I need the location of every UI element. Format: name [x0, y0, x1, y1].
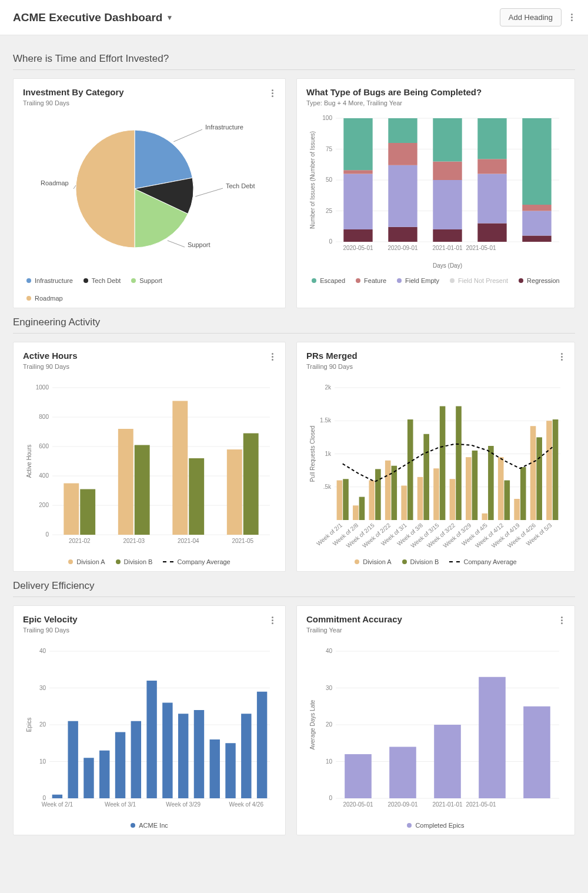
svg-rect-146: [241, 714, 251, 798]
svg-rect-134: [83, 758, 93, 798]
svg-rect-84: [369, 481, 375, 521]
svg-rect-139: [146, 681, 156, 798]
svg-rect-111: [514, 499, 520, 520]
svg-text:600: 600: [39, 443, 49, 449]
svg-text:2020-09-01: 2020-09-01: [387, 245, 418, 251]
card-title: Commitment Accuracy: [306, 614, 402, 624]
svg-rect-79: [343, 479, 349, 520]
svg-text:Epics: Epics: [26, 718, 32, 732]
svg-rect-27: [433, 229, 462, 242]
svg-text:Tech Debt: Tech Debt: [226, 182, 255, 189]
card-prs-merged: PRs Merged Trailing 90 Days .5k1k1.5k2kP…: [296, 342, 575, 572]
legend: ACME Inc: [23, 822, 276, 829]
svg-rect-96: [433, 468, 439, 520]
svg-rect-163: [479, 677, 506, 798]
svg-rect-26: [388, 118, 417, 143]
legend-item: Division B: [124, 558, 153, 565]
svg-text:Active Hours: Active Hours: [26, 445, 32, 478]
svg-rect-63: [172, 401, 188, 535]
card-menu-icon[interactable]: [269, 614, 276, 627]
svg-rect-19: [343, 229, 372, 242]
chart-stacked-bar: 0255075100Number of Issues (Number of Is…: [306, 112, 565, 271]
svg-text:20: 20: [39, 721, 46, 728]
card-subtitle: Type: Bug + 4 More, Trailing Year: [306, 99, 482, 106]
legend-item: Feature: [364, 277, 386, 284]
svg-text:Average Days Late: Average Days Late: [309, 699, 316, 749]
card-title: Epic Velocity: [23, 614, 78, 624]
svg-rect-162: [434, 725, 461, 798]
svg-rect-34: [477, 118, 506, 159]
svg-rect-164: [523, 707, 550, 798]
svg-text:Days (Day): Days (Day): [433, 262, 462, 269]
svg-text:Support: Support: [188, 241, 211, 248]
svg-rect-160: [345, 754, 372, 798]
chart-bar: 010203040EpicsWeek of 2/1Week of 3/1Week…: [23, 639, 276, 816]
legend-item: Company Average: [177, 558, 230, 565]
svg-text:1k: 1k: [325, 451, 332, 457]
svg-rect-33: [477, 159, 506, 174]
svg-rect-29: [433, 162, 462, 181]
svg-rect-67: [243, 434, 259, 535]
legend: Completed Epics: [306, 822, 565, 829]
svg-text:2k: 2k: [325, 384, 332, 391]
svg-text:25: 25: [326, 208, 333, 214]
section-rule: [13, 69, 575, 70]
svg-rect-81: [353, 505, 359, 520]
card-bug-types: What Type of Bugs are Being Completed? T…: [296, 78, 575, 308]
svg-rect-141: [178, 714, 188, 798]
page-menu-icon[interactable]: [569, 11, 575, 24]
legend-item: ACME Inc: [139, 822, 168, 829]
svg-rect-115: [536, 437, 542, 520]
svg-text:.5k: .5k: [323, 484, 332, 490]
svg-rect-36: [522, 211, 551, 236]
svg-text:2021-05-01: 2021-05-01: [466, 245, 496, 251]
page-title-wrap[interactable]: ACME Executive Dashboard ▼: [13, 11, 173, 24]
card-title: PRs Merged: [306, 351, 358, 361]
svg-rect-144: [210, 739, 220, 798]
svg-rect-82: [359, 497, 365, 520]
card-menu-icon[interactable]: [559, 351, 565, 363]
card-menu-icon[interactable]: [559, 614, 565, 627]
svg-text:2020-09-01: 2020-09-01: [387, 801, 418, 808]
svg-rect-58: [80, 489, 95, 535]
svg-text:Week of 3/29: Week of 3/29: [166, 801, 201, 808]
svg-rect-108: [498, 457, 504, 520]
svg-text:Week of 2/1: Week of 2/1: [42, 801, 74, 808]
add-heading-button[interactable]: Add Heading: [500, 8, 562, 26]
svg-text:0: 0: [329, 238, 332, 245]
svg-rect-106: [488, 446, 494, 520]
svg-text:2021-05: 2021-05: [232, 538, 253, 544]
svg-rect-131: [52, 795, 62, 798]
legend-item: Escaped: [320, 277, 345, 284]
legend: Division A Division B Company Average: [23, 558, 276, 565]
svg-rect-94: [423, 434, 429, 520]
svg-rect-87: [385, 461, 391, 520]
svg-rect-66: [227, 449, 242, 535]
svg-text:20: 20: [326, 721, 333, 728]
svg-rect-105: [482, 514, 487, 520]
legend: Escaped Feature Field Empty Field Not Pr…: [306, 277, 565, 284]
svg-text:800: 800: [39, 414, 49, 420]
svg-text:0: 0: [45, 531, 49, 538]
card-menu-icon[interactable]: [269, 351, 276, 363]
svg-text:2021-04: 2021-04: [178, 538, 199, 544]
svg-text:Roadmap: Roadmap: [41, 179, 69, 186]
caret-down-icon: ▼: [166, 14, 173, 22]
svg-text:Week of 3/1: Week of 3/1: [105, 801, 136, 808]
card-active-hours: Active Hours Trailing 90 Days 0200400600…: [13, 342, 286, 572]
svg-text:Number of Issues (Number of Is: Number of Issues (Number of Issues): [309, 131, 316, 229]
card-subtitle: Trailing 90 Days: [23, 363, 78, 370]
card-menu-icon[interactable]: [269, 87, 276, 99]
svg-text:2021-01-01: 2021-01-01: [432, 801, 463, 808]
svg-rect-35: [522, 236, 551, 242]
svg-text:0: 0: [329, 795, 332, 801]
svg-text:40: 40: [39, 648, 46, 654]
svg-rect-118: [553, 419, 559, 520]
svg-rect-97: [440, 406, 446, 521]
svg-text:400: 400: [39, 472, 49, 479]
legend-item: Division B: [410, 558, 439, 565]
svg-text:1.5k: 1.5k: [320, 417, 332, 424]
legend-item: Support: [139, 277, 162, 284]
svg-rect-117: [546, 421, 552, 520]
svg-rect-32: [477, 174, 506, 224]
